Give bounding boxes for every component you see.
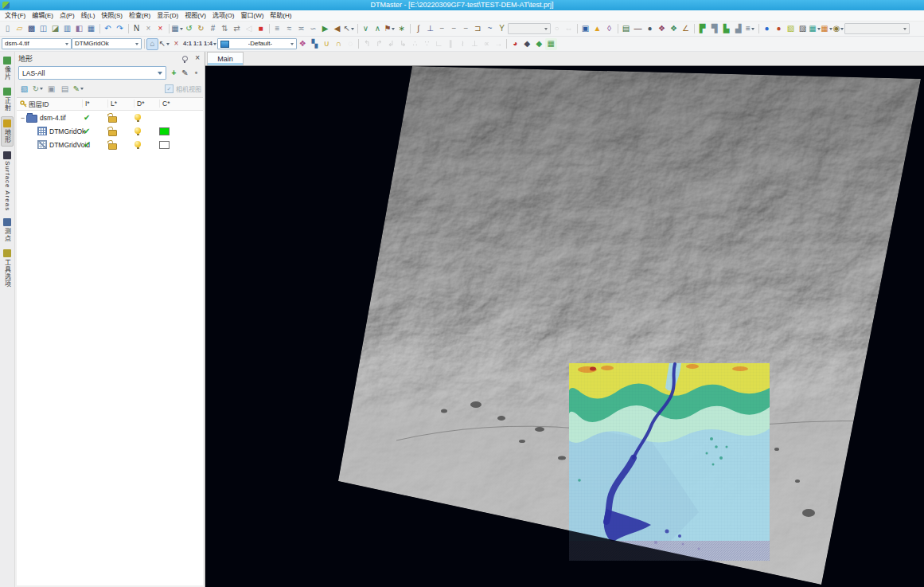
delete-selected-button[interactable]: × bbox=[142, 23, 154, 35]
spline-tool-button[interactable]: ~ bbox=[484, 23, 496, 35]
edit-filter-button[interactable]: ✎ bbox=[180, 68, 190, 78]
import-images-button[interactable]: ◫ bbox=[37, 23, 49, 35]
arrow-tool-button[interactable]: → bbox=[493, 38, 505, 50]
match-points-button[interactable]: ≍ bbox=[295, 23, 307, 35]
tin-mesh-green-button[interactable]: ◆ bbox=[533, 38, 545, 50]
histogram-button[interactable]: ▚ bbox=[309, 38, 321, 50]
tin-mesh-dark-button[interactable]: ◆ bbox=[521, 38, 533, 50]
node-remove-button[interactable]: ∵ bbox=[421, 38, 433, 50]
remove-filter-button[interactable]: • bbox=[191, 68, 201, 78]
delete-all-button[interactable]: × bbox=[154, 23, 166, 35]
link-cursors-button[interactable]: ⇔ bbox=[563, 23, 575, 35]
check-warnings-button[interactable]: ▲ bbox=[591, 23, 603, 35]
scale-selector-combo[interactable] bbox=[844, 23, 910, 34]
palette-teal-button[interactable]: ▦ bbox=[809, 23, 821, 35]
ortho-tool-button[interactable]: ⊥ bbox=[469, 38, 481, 50]
edit-up-right-button[interactable]: ↱ bbox=[373, 38, 385, 50]
side-tab-terrain[interactable]: 地形 bbox=[1, 116, 14, 147]
hline-1-button[interactable]: − bbox=[436, 23, 448, 35]
close-polygon-button[interactable]: ⊐ bbox=[472, 23, 484, 35]
zoom-4-1-button[interactable]: 4:1 bbox=[182, 38, 193, 50]
stereo-view-button[interactable]: ◧ bbox=[73, 23, 85, 35]
snapshot-button[interactable]: ◪ bbox=[49, 23, 61, 35]
run-back-button[interactable]: ◀ bbox=[331, 23, 343, 35]
viewport[interactable] bbox=[205, 66, 924, 587]
image-list-button[interactable]: ▥ bbox=[61, 23, 73, 35]
interpolate-button[interactable]: ≈ bbox=[283, 23, 295, 35]
angle-snap-button[interactable]: ∟ bbox=[433, 38, 445, 50]
redo-button[interactable]: ↷ bbox=[114, 23, 126, 35]
hline-2-button[interactable]: − bbox=[448, 23, 460, 35]
flag-point-button[interactable]: ⚑ bbox=[384, 23, 396, 35]
side-tab-tool-options[interactable]: 工具选项 bbox=[1, 247, 14, 290]
subtract-surface-button[interactable]: — bbox=[632, 23, 644, 35]
open-project-button[interactable]: ▱ bbox=[14, 23, 25, 35]
view-split-tr-button[interactable]: ▜ bbox=[708, 23, 720, 35]
bulb-icon[interactable] bbox=[135, 127, 141, 134]
active-layer-combo[interactable]: dsm-4.tif bbox=[2, 38, 72, 49]
menu-item[interactable]: 线(L) bbox=[78, 10, 99, 21]
expander-icon[interactable]: − bbox=[19, 114, 26, 122]
menu-item[interactable]: 文件(F) bbox=[2, 10, 29, 21]
flip-vertical-button[interactable]: ⇅ bbox=[219, 23, 231, 35]
zoom-1-4-button[interactable]: 1:4 bbox=[203, 38, 217, 50]
visible-check-icon[interactable]: ✔ bbox=[84, 114, 90, 122]
edit-down-right-button[interactable]: ↳ bbox=[397, 38, 409, 50]
column-layer-id[interactable]: 图层ID bbox=[29, 99, 49, 108]
lock-grid-button[interactable]: ∩ bbox=[333, 38, 345, 50]
grid-display-mode-button[interactable]: ▦ bbox=[171, 23, 183, 35]
report-table-button[interactable]: ▤ bbox=[620, 23, 632, 35]
las-filter-combo[interactable]: LAS-All bbox=[18, 66, 166, 80]
refresh-layers-button[interactable]: ↻ bbox=[32, 83, 44, 95]
node-insert-button[interactable]: ∴ bbox=[409, 38, 421, 50]
close-icon[interactable]: × bbox=[193, 54, 201, 62]
polygon-selection-button[interactable]: ⌂ bbox=[146, 38, 158, 50]
flip-horizontal-button[interactable]: ⇄ bbox=[231, 23, 243, 35]
menu-item[interactable]: 显示(D) bbox=[154, 10, 181, 21]
copy-layers-button[interactable]: ▤ bbox=[59, 83, 71, 95]
classify-b-button[interactable]: ❖ bbox=[668, 23, 680, 35]
unlocked-icon[interactable] bbox=[108, 116, 117, 123]
active-grid-combo[interactable]: DTMGridOk bbox=[72, 38, 142, 49]
side-tab-points[interactable]: 测点 bbox=[1, 216, 14, 245]
menu-item[interactable]: 快照(S) bbox=[98, 10, 126, 21]
dtm-sphere-button[interactable]: ● bbox=[773, 23, 785, 35]
statistics-pie-button[interactable]: ◕ bbox=[509, 38, 521, 50]
morph-surface-button[interactable]: ∽ bbox=[307, 23, 319, 35]
add-raster-button[interactable]: ▧ bbox=[18, 83, 30, 95]
column-d[interactable]: D* bbox=[134, 100, 144, 108]
save-project-button[interactable]: ▩ bbox=[25, 23, 37, 35]
menu-item[interactable]: 帮助(H) bbox=[267, 10, 294, 21]
color-swatch[interactable] bbox=[159, 127, 170, 135]
tab-main[interactable]: Main bbox=[207, 52, 244, 65]
undo-button[interactable]: ↶ bbox=[102, 23, 114, 35]
unlocked-icon[interactable] bbox=[108, 143, 117, 150]
save-layers-button[interactable]: ▣ bbox=[45, 83, 57, 95]
record-point-button[interactable]: ■ bbox=[255, 23, 267, 35]
spot-height-button[interactable]: ∗ bbox=[396, 23, 407, 35]
visible-check-icon[interactable]: ✔ bbox=[84, 141, 90, 149]
view-preset-combo[interactable]: -Default- bbox=[217, 38, 297, 49]
refresh-view-button[interactable]: ↺ bbox=[183, 23, 195, 35]
reset-angle-button[interactable]: ○ bbox=[551, 23, 563, 35]
color-swatch[interactable] bbox=[159, 141, 170, 149]
color-classes-button[interactable]: ❖ bbox=[297, 38, 309, 50]
previous-model-button[interactable]: ◁ bbox=[243, 23, 255, 35]
contour-lines-button[interactable]: ∫ bbox=[412, 23, 424, 35]
match-view-checkbox[interactable]: ✓ bbox=[165, 84, 173, 93]
side-tab-ortho[interactable]: 正射 bbox=[1, 85, 14, 114]
column-l[interactable]: L* bbox=[107, 100, 117, 108]
clear-selection-button[interactable]: × bbox=[170, 38, 182, 50]
edit-down-left-button[interactable]: ↲ bbox=[385, 38, 397, 50]
select-user-button[interactable]: ● bbox=[644, 23, 656, 35]
side-tab-images[interactable]: 像片 bbox=[1, 54, 14, 83]
filter-points-button[interactable]: ≡ bbox=[271, 23, 283, 35]
classify-a-button[interactable]: ❖ bbox=[656, 23, 668, 35]
bulb-icon[interactable] bbox=[135, 141, 141, 147]
pointer-mode-button[interactable]: ↖ bbox=[343, 23, 355, 35]
unlock-grid-button[interactable]: ∪ bbox=[321, 38, 333, 50]
reload-data-button[interactable]: ↻ bbox=[195, 23, 207, 35]
column-i[interactable]: I* bbox=[82, 100, 90, 108]
menu-item[interactable]: 检查(R) bbox=[126, 10, 154, 21]
add-filter-button[interactable]: + bbox=[169, 68, 179, 78]
